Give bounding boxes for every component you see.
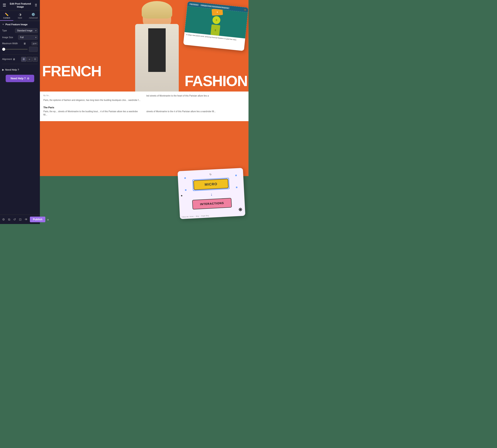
px-unit-label: px <box>33 43 35 45</box>
article-subheading-area: The Paris Paris, the ep... streets of Mo… <box>43 106 245 119</box>
image-size-field-row: Image Size Full ▾ <box>2 35 38 40</box>
responsive-icon[interactable]: ⊡ <box>18 217 23 222</box>
max-width-label-row: Maximum Width 🖥 px ▾ <box>2 42 38 45</box>
chevron-up-icon[interactable]: ▲ <box>46 217 50 222</box>
article-columns-2: Paris, the ep... streets of Montmartre t… <box>43 110 245 119</box>
alignment-device-icon: 🖥 <box>13 58 15 61</box>
type-field-row: Type Standard Image ▾ <box>2 28 38 33</box>
article-col-left: By So... Paris, the epitome of fashion a… <box>43 94 142 104</box>
article-col-right: led streets of Montmartre to the heart o… <box>147 94 245 104</box>
jar-shape: $ <box>211 24 220 36</box>
sidebar-header: ☰ Edit Post Featured Image ⠿ <box>0 0 40 11</box>
article-para-1: Paris, the epitome of fashion and elegan… <box>43 98 142 102</box>
section-title: Post Feature Image <box>5 23 28 26</box>
follow-me: Follow Me <box>182 216 189 218</box>
article-para-3: Paris, the ep... streets of Montmartre t… <box>43 110 142 116</box>
micro-label: MICRO <box>204 182 217 187</box>
tab-style-label: Style <box>18 17 22 19</box>
tab-content[interactable]: ✏️ Content <box>0 11 13 21</box>
article-col-2-right: streets of Montmartre to the rt of this … <box>147 110 245 119</box>
article-byline: By So... <box>43 94 142 97</box>
px-dropdown-icon: ▾ <box>35 43 36 45</box>
alignment-label: Alignment <box>2 58 12 60</box>
max-width-section: Maximum Width 🖥 px ▾ <box>2 42 38 52</box>
interactions-box: INTERACTIONS <box>192 198 232 209</box>
article-para-4: streets of Montmartre to the rt of this … <box>147 110 245 113</box>
blog-link: Blog <box>196 215 199 217</box>
settings-icon[interactable]: ⚙ <box>1 217 6 222</box>
divider-2 <box>2 64 38 64</box>
advanced-tab-icon: ⚙️ <box>31 13 35 16</box>
alignment-label-group: Alignment 🖥 <box>2 58 15 61</box>
history-icon[interactable]: ↺ <box>12 217 17 222</box>
publish-button[interactable]: Publish <box>30 217 45 222</box>
hamburger-icon[interactable]: ☰ <box>3 3 6 8</box>
selection-handle-tr <box>235 175 237 176</box>
single-blog: Single Blog <box>201 215 209 217</box>
alignment-buttons: ☰ ≡ ☰ <box>21 57 38 62</box>
model-figure-area <box>128 0 186 92</box>
article-para-right: led streets of Montmartre to the heart o… <box>147 94 245 97</box>
tabs-bar: ✏️ Content ◑ Style ⚙️ Advanced <box>0 11 40 21</box>
sidebar-footer: ⚙ ⧉ ↺ ⊡ 👁 Publish ▲ <box>0 215 40 224</box>
coin-shape: $ <box>212 16 221 24</box>
french-title: FRENCH <box>42 63 101 80</box>
tab-content-label: Content <box>3 17 10 19</box>
need-help-button[interactable]: Need Help ? ⊙ <box>6 75 34 82</box>
tab-style[interactable]: ◑ Style <box>13 11 27 21</box>
section-post-feature[interactable]: ▼ Post Feature Image <box>2 23 38 26</box>
home-link: Home <box>189 215 194 217</box>
grid-icon[interactable]: ⠿ <box>35 3 37 7</box>
align-left-button[interactable]: ☰ <box>21 57 26 62</box>
layers-icon[interactable]: ⧉ <box>7 217 12 222</box>
tablet-card-micro: ↻ MICRO ↓ INTERACTIONS ❋ Follow Me Home … <box>177 168 245 219</box>
tablet-bottom-nav: Follow Me Home › Blog › Single Blog <box>182 215 209 218</box>
slider-row <box>2 47 38 52</box>
image-size-select-wrapper: Full ▾ <box>18 35 38 40</box>
slider-track[interactable] <box>2 49 28 50</box>
need-help-btn-label: Need Help ? <box>11 77 26 80</box>
preview-area: FRENCH FASHION By So... Paris, the epito… <box>40 0 248 224</box>
flower-icon: ❋ <box>238 207 242 213</box>
need-help-arrow-icon: ▶ <box>2 68 4 71</box>
fashion-title: FASHION <box>185 72 248 89</box>
image-size-label: Image Size <box>2 36 13 39</box>
interactions-label: INTERACTIONS <box>200 201 224 206</box>
selection-handle-br <box>236 187 237 188</box>
article-subheading: The Paris <box>43 106 245 109</box>
model-inner-top <box>148 28 166 72</box>
image-size-select[interactable]: Full <box>18 35 38 40</box>
max-width-label: Maximum Width <box>2 42 18 45</box>
coin-illustration: $ $ $ <box>207 6 226 39</box>
need-help-collapse[interactable]: ▶ Need Help ? <box>2 68 38 71</box>
need-help-title: Need Help ? <box>5 68 19 71</box>
alignment-row: Alignment 🖥 ☰ ≡ ☰ <box>2 57 38 62</box>
tablet-card-financial: Top Stories Refugee Crisis: Humanitarian… <box>183 1 248 51</box>
micro-selection-border: MICRO <box>193 177 230 191</box>
sidebar-content: ▼ Post Feature Image Type Standard Image… <box>0 21 40 215</box>
micro-box: MICRO <box>193 178 229 190</box>
article-col-2-left: Paris, the ep... streets of Montmartre t… <box>43 110 142 119</box>
tab-advanced[interactable]: ⚙️ Advanced <box>27 11 40 21</box>
type-select-wrapper: Standard Image ▾ <box>15 28 38 33</box>
align-right-button[interactable]: ☰ <box>33 57 38 62</box>
tab-advanced-label: Advanced <box>29 17 37 19</box>
slider-thumb[interactable] <box>2 48 5 51</box>
align-center-button[interactable]: ≡ <box>27 57 32 62</box>
rotate-handle-icon: ↻ <box>209 173 212 176</box>
article-columns: By So... Paris, the epitome of fashion a… <box>43 94 245 104</box>
sidebar: ☰ Edit Post Featured Image ⠿ ✏️ Content … <box>0 0 40 224</box>
desktop-icon: 🖥 <box>23 42 26 45</box>
preview-icon[interactable]: 👁 <box>23 217 29 222</box>
breadcrumb-sep: › <box>194 215 195 217</box>
divider-1 <box>2 54 38 55</box>
hand-shape: $ <box>212 9 223 16</box>
max-width-input[interactable] <box>29 47 38 52</box>
breadcrumb-sep-2: › <box>200 215 200 217</box>
dot-indicator <box>181 195 182 196</box>
panel-title: Edit Post Featured Image <box>6 2 35 9</box>
selection-handle-tl <box>184 177 186 179</box>
type-select[interactable]: Standard Image <box>15 28 38 33</box>
px-unit-badge[interactable]: px ▾ <box>31 42 38 45</box>
top-stories-label: Top Stories <box>189 3 199 6</box>
